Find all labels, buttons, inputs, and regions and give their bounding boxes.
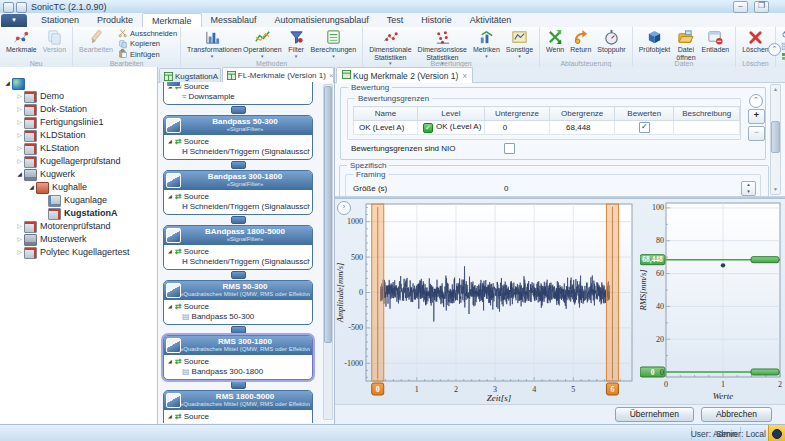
source-child-row[interactable]: ▤Bandpass 50-300 [168,312,310,323]
source-row[interactable]: ◢⇄Source [168,356,310,367]
menu-tab-merkmale[interactable]: Merkmale [142,13,202,28]
dropdown-arrow-icon[interactable]: ▾ [211,54,214,59]
source-child-row[interactable]: ▤Bandpass 300-1800 [168,367,310,378]
tree-item-kuganlage[interactable]: Kuganlage [0,194,157,207]
groesse-value[interactable]: 0 [504,184,508,193]
tab-kug-merkmale[interactable]: Kug Merkmale 2 (Version 1) × [336,67,473,83]
dropdown-arrow-icon[interactable]: ▾ [518,54,521,59]
tree-item-fertigungslinie1[interactable]: ▷Fertigungslinie1 [0,116,157,129]
ribbon-button-filter[interactable]: Filter▾ [286,28,307,60]
quick-access-icon[interactable] [16,2,27,13]
flow-block-bandpass-1800-5000[interactable]: BAndpass 1800-5000«SignalFilter»◢⇄Source… [163,225,313,270]
add-limit-button[interactable]: + [748,109,765,124]
scroll-up-icon[interactable]: ▲ [771,85,780,94]
ribbon-button-stoppuhr[interactable]: Stoppuhr [595,28,627,55]
menu-tab-historie[interactable]: Historie [412,14,461,27]
station-tree-panel[interactable]: ◢▷Demo▷Dok-Station▷Fertigungslinie1▷KLDS… [0,67,158,434]
collapsed-icon[interactable]: ▷ [15,142,24,155]
source-child-row[interactable]: HSchneiden/Triggern (Signalausschnitt) [168,257,310,268]
expand-chart-icon[interactable]: › [337,201,351,215]
collapsed-icon[interactable]: ▷ [15,129,24,142]
tree-item-klstation[interactable]: ▷KLStation [0,142,157,155]
expanded-icon[interactable]: ◢ [168,413,175,419]
tree-item-kugellagerprüfstand[interactable]: ▷Kugellagerprüfstand [0,155,157,168]
source-child-row[interactable]: HSchneiden/Triggern (Signalausschnitt) [168,147,310,158]
expanded-icon[interactable]: ◢ [15,168,24,181]
ribbon-button-datei-öffnen[interactable]: Datei öffnen [674,28,697,62]
close-tab-icon[interactable]: × [462,71,467,81]
source-row[interactable]: ◢⇄Source [168,82,310,92]
status-indicator-badge[interactable] [768,425,785,441]
flow-block-bandpass-50-300[interactable]: Bandpass 50-300«SignalFilter»◢⇄SourceHSc… [163,115,313,160]
flow-block-partial[interactable]: «Schneiden/Triggern (Signalausschnitt)»◢… [163,82,313,105]
tree-item-kugstationa[interactable]: KugstationA [0,207,157,220]
ribbon-button-aktualisieren[interactable]: Aktualisieren [781,31,785,42]
collapsed-icon[interactable]: ▷ [15,116,24,129]
collapsed-icon[interactable]: ▷ [15,220,24,233]
ribbon-button-return[interactable]: Return [568,28,593,55]
tree-item-motorenprüfstand[interactable]: ▷Motorenprüfstand [0,220,157,233]
ribbon-button-metriken[interactable]: Metriken▾ [471,28,502,60]
column-header-level[interactable]: Level [417,107,484,121]
table-row[interactable]: OK (Level A)✓OK (Level A)068,448✓ [354,121,740,135]
ribbon-button-transformationen[interactable]: Transformationen▾ [185,28,239,60]
source-child-row[interactable]: HSchneiden/Triggern (Signalausschnitt) [168,202,310,213]
limits-table[interactable]: NameLevelUntergrenzeObergrenzeBewertenBe… [353,106,740,135]
ribbon-button-entladen[interactable]: Entladen [700,28,732,55]
collapse-ribbon-icon[interactable]: ⌃ [768,43,781,56]
ribbon-button-einfügen[interactable]: Einfügen [118,49,177,60]
scrollbar-thumb[interactable] [324,86,332,343]
tree-item-polytec-kugellagertest[interactable]: ▷Polytec Kugellagertest [0,246,157,259]
dropdown-arrow-icon[interactable]: ▾ [485,54,488,59]
expanded-icon[interactable]: ◢ [27,181,36,194]
dropdown-arrow-icon[interactable]: ▾ [295,54,298,59]
tree-item-demo[interactable]: ▷Demo [0,90,157,103]
ribbon-button-löschen[interactable]: Löschen [740,28,770,55]
expanded-icon[interactable]: ◢ [168,138,175,144]
flow-tab-kugstationa[interactable]: KugstationA [159,68,221,83]
source-row[interactable]: ◢⇄Source [168,301,310,312]
ribbon-button-merkmale[interactable]: Merkmale [4,28,39,55]
flow-scrollbar[interactable] [323,84,333,420]
tree-item-kugwerk[interactable]: ◢Kugwerk [0,168,157,181]
flow-block-rms-1800-5000[interactable]: RMS 1800-5000«Quadratisches Mittel (QMW,… [163,390,313,423]
flow-block-bandpass-300-1800[interactable]: Bandpass 300-1800«SignalFilter»◢⇄SourceH… [163,170,313,215]
menu-tab-produkte[interactable]: Produkte [88,14,142,27]
menu-tab-aktivitäten[interactable]: Aktivitäten [461,14,521,27]
ribbon-button-sonstige[interactable]: Sonstige▾ [504,28,535,60]
time-signal-chart[interactable]: 06-1000-5000500100012345Zeit[s]Amplitude… [335,199,640,404]
column-header-untergrenze[interactable]: Untergrenze [484,107,549,121]
source-child-row[interactable]: ≈Downsample [168,92,310,103]
menu-tab-automatisierungsablauf[interactable]: Automatisierungsablauf [266,14,378,27]
nio-checkbox[interactable] [504,143,515,154]
source-child-row[interactable]: ▤BAndpass 1800-5000 [168,422,310,424]
dropdown-arrow-icon[interactable]: ▾ [332,54,335,59]
limit-handle[interactable] [751,369,779,375]
flow-block-rms-300-1800[interactable]: RMS 300-1800«Quadratisches Mittel (QMW, … [163,335,313,380]
flow-canvas[interactable]: «Schneiden/Triggern (Signalausschnitt)»◢… [158,82,334,423]
source-row[interactable]: ◢⇄Source [168,136,310,147]
apply-button[interactable]: Übernehmen [615,407,694,422]
close-tab-icon[interactable]: × [329,71,334,80]
source-row[interactable]: ◢⇄Source [168,191,310,202]
menu-tab-messablauf[interactable]: Messablauf [202,14,266,27]
collapsed-icon[interactable]: ▷ [15,233,24,246]
ribbon-button-prüfobjekt[interactable]: Prüfobjekt [637,28,673,55]
collapsed-icon[interactable]: ▷ [15,155,24,168]
tree-item-kughalle[interactable]: ◢Kughalle [0,181,157,194]
ribbon-button-kopieren[interactable]: Kopieren [118,39,177,50]
expanded-icon[interactable]: ◢ [168,193,175,199]
application-menu-button[interactable]: ▼ [1,14,27,27]
expanded-icon[interactable]: ◢ [168,248,175,254]
tree-item-kldstation[interactable]: ▷KLDStation [0,129,157,142]
ribbon-button-berechnungen[interactable]: Berechnungen▾ [309,28,359,60]
column-header-name[interactable]: Name [354,107,418,121]
limit-handle[interactable] [751,257,779,263]
rms-limit-chart[interactable]: 68,4480020406080100012WerteRMS[mm/s] [640,199,785,404]
remove-limit-button[interactable]: − [748,126,765,141]
cancel-button[interactable]: Abbrechen [701,407,772,422]
collapsed-icon[interactable]: ▷ [15,90,24,103]
expanded-icon[interactable]: ◢ [168,358,175,364]
ribbon-button-ausschneiden[interactable]: Ausschneiden [118,28,177,39]
dropdown-arrow-icon[interactable]: ▾ [261,54,264,59]
